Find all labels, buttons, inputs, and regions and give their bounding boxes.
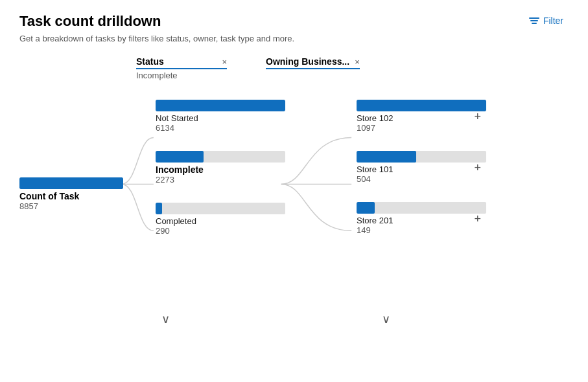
- col2-bar-track-1: [156, 151, 285, 163]
- col3-bar-wrapper-2: + Store 201 149: [357, 202, 467, 235]
- col2-bar-track-0: [156, 100, 285, 111]
- filter-button-label: Filter: [543, 16, 563, 26]
- col1-bar-track: [19, 177, 123, 189]
- col3-bar-track-2: [357, 202, 486, 214]
- col3: + Store 102 1097 + Store 101 504: [357, 100, 467, 253]
- col2-bar-track-2: [156, 203, 285, 214]
- col3-item-2: + Store 201 149: [357, 202, 467, 235]
- col1-label: Count of Task: [19, 191, 149, 201]
- col3-item-0: + Store 102 1097: [357, 100, 467, 133]
- col3-value-1: 504: [357, 174, 467, 184]
- col2-value-0: 6134: [156, 123, 285, 133]
- col3-bar-track-1: [357, 151, 486, 163]
- col1-bar-wrapper: Count of Task 8857: [19, 177, 149, 211]
- filter-button[interactable]: Filter: [524, 13, 569, 28]
- chart-area: Count of Task 8857 Not Started 6134: [19, 100, 569, 307]
- col2-label-0: Not Started: [156, 113, 285, 123]
- col2-item-1: Incomplete 2273: [156, 151, 285, 185]
- col2-bar-wrapper-0: Not Started 6134: [156, 100, 285, 133]
- filter-pill-owning: Owning Business... ×: [266, 56, 360, 80]
- col1: Count of Task 8857: [19, 177, 149, 211]
- col3-plus-1[interactable]: +: [474, 162, 481, 174]
- col2-label-2: Completed: [156, 216, 285, 226]
- filter-status-close[interactable]: ×: [222, 57, 227, 67]
- col2-bar-fill-1: [156, 151, 204, 163]
- subtitle: Get a breakdown of tasks by filters like…: [19, 34, 569, 43]
- col3-bar-wrapper-1: + Store 101 504: [357, 151, 467, 184]
- col3-value-0: 1097: [357, 123, 467, 133]
- filter-icon: [529, 17, 539, 24]
- col3-bar-fill-0: [357, 100, 486, 111]
- col2-item-2: Completed 290: [156, 203, 285, 236]
- col3-value-2: 149: [357, 225, 467, 235]
- col3-label-0: Store 102: [357, 113, 467, 123]
- col3-bar-fill-2: [357, 202, 375, 214]
- col2-bar-wrapper-2: Completed 290: [156, 203, 285, 236]
- filter-pill-status: Status × Incomplete: [136, 56, 227, 80]
- col2-item-0: Not Started 6134: [156, 100, 285, 133]
- col3-item-1: + Store 101 504: [357, 151, 467, 184]
- filters-row: Status × Incomplete Owning Business... ×: [136, 56, 569, 80]
- filter-status-label: Status: [136, 56, 164, 67]
- col3-chevron-down[interactable]: ∨: [376, 312, 395, 326]
- col2-value-2: 290: [156, 226, 285, 236]
- col2-bar-wrapper-1: Incomplete 2273: [156, 151, 285, 185]
- page-title: Task count drilldown: [19, 13, 161, 30]
- col3-plus-0[interactable]: +: [474, 111, 481, 122]
- col3-plus-2[interactable]: +: [474, 213, 481, 225]
- col2-value-1: 2273: [156, 175, 285, 185]
- col1-value: 8857: [19, 201, 149, 211]
- chevron-row: ∨ ∨: [156, 312, 569, 326]
- col3-bar-wrapper-0: + Store 102 1097: [357, 100, 467, 133]
- col3-bar-track-0: [357, 100, 486, 111]
- col2-bar-fill-2: [156, 203, 162, 214]
- filter-status-value: Incomplete: [136, 71, 227, 80]
- col3-label-1: Store 101: [357, 164, 467, 174]
- col2-chevron-down[interactable]: ∨: [156, 312, 175, 326]
- filter-owning-close[interactable]: ×: [355, 57, 360, 67]
- col1-bar-fill: [19, 177, 123, 189]
- col3-bar-fill-1: [357, 151, 416, 163]
- col2-label-1: Incomplete: [156, 164, 285, 175]
- col2-bar-fill-0: [156, 100, 285, 111]
- col3-label-2: Store 201: [357, 216, 467, 225]
- col2: Not Started 6134 Incomplete 2273: [156, 100, 285, 254]
- filter-owning-label: Owning Business...: [266, 56, 349, 67]
